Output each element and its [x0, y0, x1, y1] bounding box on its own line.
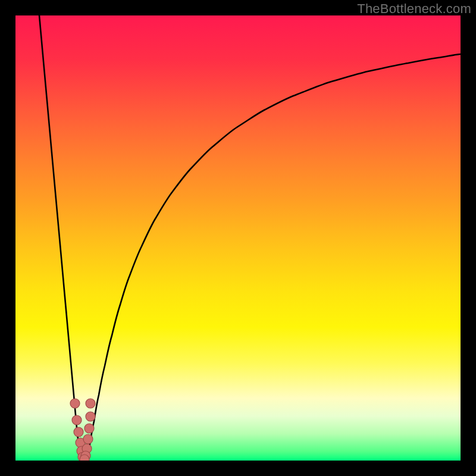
chart-svg [15, 15, 461, 461]
chart-plot-area [15, 15, 461, 461]
dot [70, 399, 80, 408]
outer-frame: TheBottleneck.com [0, 0, 476, 476]
dot [84, 424, 94, 433]
dot [72, 415, 82, 425]
dot [86, 412, 95, 421]
dot [83, 434, 93, 444]
dot [86, 399, 95, 408]
curve-left-branch [39, 15, 84, 461]
dot [74, 427, 83, 437]
dot-apex [80, 455, 89, 461]
watermark-text: TheBottleneck.com [357, 1, 471, 17]
dot-cluster [70, 399, 95, 461]
curve-right-branch [84, 54, 461, 461]
